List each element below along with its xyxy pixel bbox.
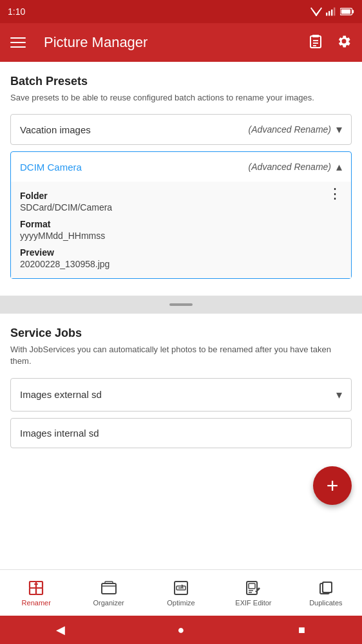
svg-rect-1 xyxy=(326,13,327,16)
menu-button[interactable] xyxy=(10,31,33,54)
preset-folder-field: Folder SDCard/DCIM/Camera xyxy=(20,191,342,213)
settings-icon[interactable] xyxy=(336,33,352,52)
signal-icon xyxy=(326,7,336,16)
bottom-nav: Renamer Organizer Optimize xyxy=(0,569,362,616)
content-wrapper: Batch Presets Save presets to be able to… xyxy=(0,62,362,569)
wifi-icon xyxy=(310,7,322,16)
app-bar-actions xyxy=(308,33,352,52)
drag-handle xyxy=(169,303,193,306)
batch-presets-section: Batch Presets Save presets to be able to… xyxy=(0,62,362,296)
svg-rect-2 xyxy=(329,11,330,15)
batch-presets-title: Batch Presets xyxy=(10,75,352,88)
service-item-external[interactable]: Images external sd ▾ xyxy=(10,378,352,412)
preset-header-vacation[interactable]: Vacation images (Advanced Rename) ▾ xyxy=(11,115,351,144)
service-label-internal: Images internal sd xyxy=(20,428,99,439)
system-nav-bar: ◀ ● ■ xyxy=(0,616,362,644)
service-jobs-title: Service Jobs xyxy=(10,327,352,340)
svg-rect-4 xyxy=(334,8,335,16)
service-jobs-desc: With JobServices you can automatically l… xyxy=(10,344,352,367)
more-options-icon[interactable]: ⋮ xyxy=(328,187,342,201)
status-bar: 1:10 xyxy=(0,0,362,23)
chevron-up-icon-dcim: ▴ xyxy=(336,160,342,174)
svg-rect-19 xyxy=(102,583,116,594)
nav-item-duplicates[interactable]: Duplicates xyxy=(290,570,362,616)
nav-label-renamer: Renamer xyxy=(22,599,51,607)
preset-label-vacation: Vacation images xyxy=(20,124,91,135)
svg-rect-28 xyxy=(323,582,332,592)
nav-label-duplicates: Duplicates xyxy=(309,599,342,607)
service-item-internal[interactable]: Images internal sd xyxy=(10,418,352,448)
preset-format-value: yyyyMMdd_HHmmss xyxy=(20,231,342,241)
section-divider xyxy=(0,296,362,314)
fab-add-button[interactable]: + xyxy=(313,466,352,505)
status-bar-right xyxy=(310,7,354,16)
nav-item-renamer[interactable]: Renamer xyxy=(0,570,72,616)
preset-body-dcim: ⋮ Folder SDCard/DCIM/Camera Format yyyyM… xyxy=(11,182,351,278)
fab-plus-icon: + xyxy=(327,474,339,498)
home-button[interactable]: ● xyxy=(171,620,191,640)
preset-header-right-vacation: (Advanced Rename) ▾ xyxy=(249,122,342,137)
status-time: 1:10 xyxy=(8,6,25,17)
svg-rect-17 xyxy=(36,588,43,594)
svg-rect-24 xyxy=(249,583,255,589)
preset-folder-label: Folder xyxy=(20,191,342,201)
preset-label-dcim: DCIM Camera xyxy=(20,162,82,173)
clipboard-icon[interactable] xyxy=(308,33,323,52)
preset-type-vacation: (Advanced Rename) xyxy=(249,124,331,135)
duplicates-icon xyxy=(318,580,334,596)
battery-icon xyxy=(340,8,354,15)
recent-icon: ■ xyxy=(298,623,305,637)
app-bar: Picture Manager xyxy=(0,23,362,62)
nav-item-organizer[interactable]: Organizer xyxy=(72,570,144,616)
nav-label-optimize: Optimize xyxy=(167,599,195,607)
preset-item-dcim: DCIM Camera (Advanced Rename) ▴ ⋮ Folder… xyxy=(10,151,352,279)
preset-preview-label: Preview xyxy=(20,247,342,258)
renamer-icon xyxy=(28,580,44,596)
nav-label-organizer: Organizer xyxy=(93,599,124,607)
organizer-icon xyxy=(100,580,117,596)
preset-folder-value: SDCard/DCIM/Camera xyxy=(20,202,342,213)
chevron-down-icon-vacation: ▾ xyxy=(336,122,342,137)
nav-item-optimize[interactable]: Optimize xyxy=(145,570,217,616)
service-label-external: Images external sd xyxy=(20,389,102,400)
nav-label-exif-editor: EXIF Editor xyxy=(235,599,271,607)
main-content: Batch Presets Save presets to be able to… xyxy=(0,62,362,569)
preset-header-right-dcim: (Advanced Rename) ▴ xyxy=(249,160,342,174)
svg-rect-10 xyxy=(312,35,319,37)
back-icon: ◀ xyxy=(56,623,65,637)
preset-format-field: Format yyyyMMdd_HHmmss xyxy=(20,219,342,241)
preset-preview-value: 20200228_130958.jpg xyxy=(20,259,342,269)
preset-type-dcim: (Advanced Rename) xyxy=(249,162,331,172)
chevron-down-icon-external: ▾ xyxy=(336,388,342,402)
service-jobs-section: Service Jobs With JobServices you can au… xyxy=(0,314,362,569)
batch-presets-desc: Save presets to be able to reuse configu… xyxy=(10,92,352,104)
exif-editor-icon xyxy=(245,580,262,596)
recent-apps-button[interactable]: ■ xyxy=(291,620,312,640)
preset-preview-field: Preview 20200228_130958.jpg xyxy=(20,247,342,269)
nav-item-exif-editor[interactable]: EXIF Editor xyxy=(217,570,289,616)
status-bar-left: 1:10 xyxy=(8,6,25,17)
svg-rect-7 xyxy=(341,10,350,14)
svg-rect-16 xyxy=(30,588,36,594)
preset-header-dcim[interactable]: DCIM Camera (Advanced Rename) ▴ xyxy=(11,152,351,182)
back-button[interactable]: ◀ xyxy=(50,620,71,640)
app-title: Picture Manager xyxy=(44,34,308,51)
preset-format-label: Format xyxy=(20,219,342,229)
svg-rect-3 xyxy=(331,10,332,16)
preset-item-vacation: Vacation images (Advanced Rename) ▾ xyxy=(10,114,352,145)
home-icon: ● xyxy=(178,623,185,637)
optimize-icon xyxy=(173,580,189,596)
svg-rect-6 xyxy=(352,10,354,13)
